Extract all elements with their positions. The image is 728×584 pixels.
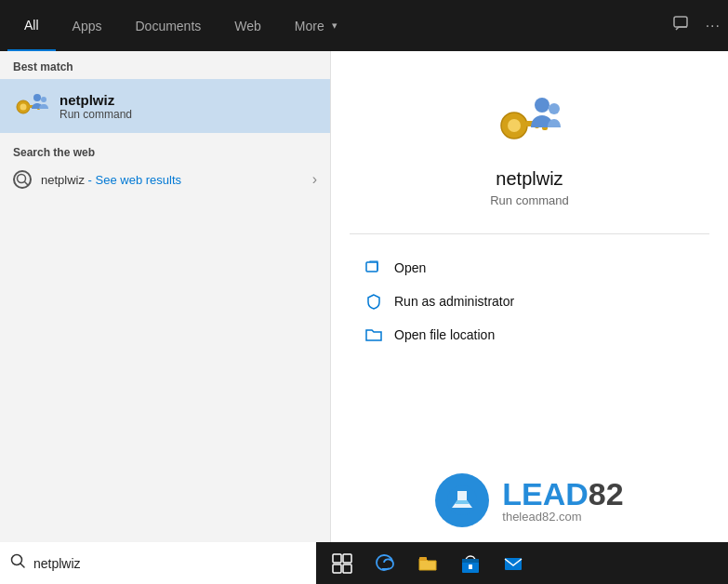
tab-all[interactable]: All: [7, 0, 56, 51]
taskbar-search-icon: [9, 552, 26, 574]
top-nav: All Apps Documents Web More ▾ ···: [0, 0, 728, 51]
svg-rect-29: [505, 558, 522, 570]
explorer-icon[interactable]: [411, 547, 444, 580]
svg-point-11: [508, 119, 521, 132]
search-input[interactable]: [33, 556, 307, 571]
tab-apps[interactable]: Apps: [56, 0, 119, 51]
svg-point-7: [41, 97, 46, 102]
action-admin-label: Run as administrator: [394, 294, 514, 309]
search-circle-icon: [13, 170, 32, 189]
web-search-text: netplwiz - See web results: [41, 173, 181, 187]
tab-more[interactable]: More ▾: [278, 0, 354, 51]
open-icon: [364, 259, 383, 277]
best-match-item[interactable]: netplwiz Run command: [0, 79, 330, 133]
left-panel: Best match netplwiz Run command Sea: [0, 51, 330, 542]
app-preview: netplwiz Run command: [490, 88, 569, 207]
svg-line-20: [20, 564, 24, 567]
tab-documents[interactable]: Documents: [118, 0, 218, 51]
action-open[interactable]: Open: [359, 251, 700, 285]
svg-rect-28: [469, 564, 472, 569]
brand-site: thelead82.com: [502, 510, 623, 524]
action-file-location-label: Open file location: [394, 327, 495, 342]
svg-rect-23: [333, 564, 341, 573]
web-search-label: Search the web: [0, 133, 330, 163]
action-open-file-location[interactable]: Open file location: [359, 318, 700, 352]
chevron-right-icon: ›: [312, 171, 317, 188]
search-box[interactable]: [0, 542, 316, 584]
see-web-results-link: - See web results: [88, 173, 181, 187]
mail-icon[interactable]: [496, 547, 530, 580]
svg-rect-22: [343, 554, 351, 563]
svg-point-15: [535, 98, 549, 113]
taskbar-icons: [316, 547, 539, 580]
divider: [350, 233, 709, 234]
svg-rect-25: [419, 557, 427, 561]
web-search-item[interactable]: netplwiz - See web results ›: [0, 163, 330, 196]
chevron-down-icon: ▾: [332, 20, 338, 32]
svg-point-2: [20, 104, 27, 111]
best-match-info: netplwiz Run command: [60, 92, 132, 121]
watermark-text-block: LEAD82 thelead82.com: [502, 478, 623, 524]
watermark: LEAD82 thelead82.com: [435, 473, 623, 542]
ellipsis-icon[interactable]: ···: [706, 18, 721, 34]
edge-icon[interactable]: [368, 547, 402, 580]
svg-rect-17: [366, 262, 377, 272]
feedback-icon[interactable]: [672, 14, 691, 37]
svg-rect-0: [674, 17, 687, 27]
app-type: Run command: [490, 193, 569, 207]
store-icon[interactable]: [454, 547, 487, 580]
best-match-subtitle: Run command: [60, 108, 132, 121]
svg-rect-24: [343, 564, 351, 573]
svg-line-9: [25, 182, 29, 186]
taskbar: [0, 542, 728, 584]
netplwiz-icon: [13, 88, 48, 124]
right-panel: netplwiz Run command Open: [330, 51, 728, 542]
folder-icon: [364, 325, 383, 344]
app-name-large: netplwiz: [496, 168, 563, 190]
shield-icon: [364, 292, 383, 311]
nav-actions: ···: [672, 14, 721, 37]
svg-rect-21: [333, 554, 341, 563]
best-match-label: Best match: [0, 51, 330, 79]
tab-web[interactable]: Web: [218, 0, 278, 51]
svg-point-6: [33, 94, 41, 101]
action-open-label: Open: [394, 260, 426, 275]
svg-point-16: [549, 103, 560, 114]
main-container: Best match netplwiz Run command Sea: [0, 51, 728, 542]
svg-rect-27: [462, 559, 479, 563]
action-list: Open Run as administrator Open file: [350, 251, 709, 352]
action-run-as-admin[interactable]: Run as administrator: [359, 285, 700, 318]
watermark-logo: [435, 473, 489, 527]
task-view-icon[interactable]: [325, 547, 359, 580]
app-icon-large: [496, 88, 563, 155]
brand-name: LEAD82: [502, 478, 623, 510]
best-match-title: netplwiz: [60, 92, 132, 108]
